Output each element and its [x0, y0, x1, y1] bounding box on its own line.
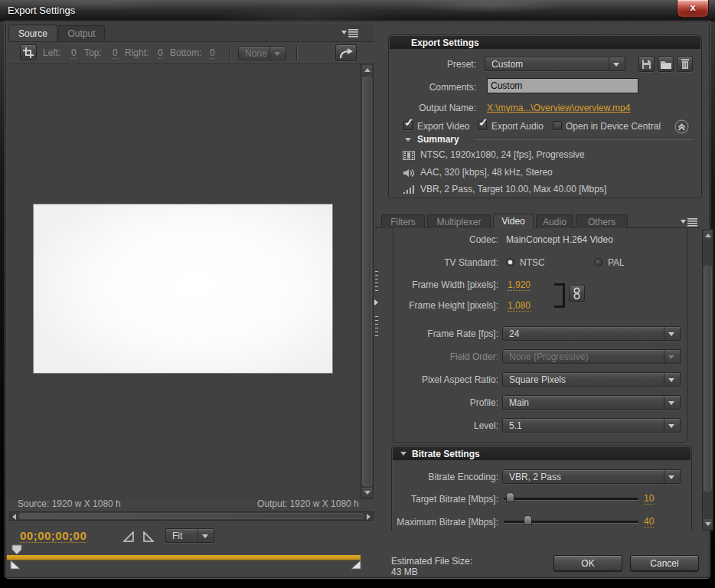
frame-width-value[interactable]: 1,920 — [508, 279, 531, 291]
frame-height-label: Frame Height [pixels]: — [409, 300, 498, 311]
summary-video-line: NTSC, 1920x1080, 24 [fps], Progressive — [420, 149, 585, 160]
preview-vscrollbar[interactable] — [361, 64, 374, 499]
comments-input[interactable] — [487, 78, 638, 93]
timeline-track[interactable] — [7, 555, 361, 560]
scrollbar-thumb[interactable] — [362, 77, 372, 486]
scroll-up-arrow[interactable] — [362, 65, 372, 75]
pixel-aspect-ratio-dropdown[interactable]: Square Pixels — [502, 372, 681, 387]
panel-splitter[interactable] — [377, 215, 377, 531]
splitter-grip[interactable] — [375, 271, 378, 294]
zoom-level-dropdown[interactable]: Fit — [165, 528, 214, 543]
maximum-bitrate-label: Maximum Bitrate [Mbps]: — [397, 517, 498, 528]
tab-multiplexer[interactable]: Multiplexer — [427, 214, 491, 228]
scroll-right-arrow[interactable] — [367, 514, 371, 520]
comments-label: Comments: — [429, 82, 476, 93]
output-dimensions: Output: 1920 w X 1080 h — [257, 498, 359, 509]
ok-button[interactable]: OK — [553, 555, 622, 571]
trim-handle-right[interactable] — [350, 559, 361, 573]
audio-summary-icon — [403, 167, 415, 181]
crop-ratio-dropdown[interactable]: None — [238, 46, 286, 60]
splitter-collapse-arrow[interactable] — [374, 299, 378, 305]
close-button[interactable]: x — [677, 0, 709, 18]
scroll-down-arrow[interactable] — [362, 488, 372, 498]
save-preset-button[interactable] — [638, 56, 655, 72]
summary-audio-line: AAC, 320 [kbps], 48 kHz, Stereo — [420, 167, 553, 178]
target-bitrate-slider[interactable] — [504, 498, 638, 500]
crop-button[interactable] — [20, 44, 37, 60]
target-bitrate-value[interactable]: 10 — [644, 493, 654, 505]
splitter-grip[interactable] — [375, 316, 378, 339]
check-icon: ✓ — [404, 116, 414, 129]
scrollbar-thumb[interactable] — [19, 513, 364, 519]
import-preset-button[interactable] — [658, 56, 674, 72]
set-out-point-icon[interactable] — [142, 531, 155, 546]
preview-panel-menu-icon[interactable] — [341, 27, 360, 41]
video-preview-area[interactable] — [9, 64, 361, 500]
frame-height-value[interactable]: 1,080 — [508, 300, 531, 312]
scrollbar-thumb[interactable] — [704, 266, 712, 492]
crop-right-value[interactable]: 0 — [158, 47, 163, 59]
export-audio-checkbox[interactable]: ✓ — [478, 121, 487, 130]
pal-radio[interactable] — [594, 258, 602, 266]
collapse-panel-button[interactable] — [674, 119, 689, 137]
crop-bottom-value[interactable]: 0 — [210, 47, 215, 59]
export-arrow-button[interactable] — [335, 44, 357, 61]
field-order-dropdown[interactable]: None (Progressive) — [502, 349, 681, 364]
crop-bottom-label: Bottom: — [170, 47, 201, 58]
field-order-label: Field Order: — [450, 351, 498, 362]
ntsc-radio[interactable] — [506, 258, 514, 266]
tab-audio[interactable]: Audio — [536, 214, 573, 228]
preview-hscrollbar[interactable] — [9, 511, 374, 521]
summary-disclosure-triangle[interactable] — [405, 138, 411, 142]
level-dropdown[interactable]: 5.1 — [502, 418, 681, 433]
video-tab-panel: Codec: MainConcept H.264 Video TV Standa… — [380, 228, 701, 531]
bitrate-encoding-dropdown[interactable]: VBR, 2 Pass — [502, 469, 681, 484]
crop-left-value[interactable]: 0 — [71, 47, 77, 59]
cancel-button[interactable]: Cancel — [630, 555, 699, 571]
trim-handle-left[interactable] — [10, 559, 21, 573]
estimated-file-size-value: 43 MB — [391, 567, 418, 577]
tab-others[interactable]: Others — [576, 214, 628, 228]
crop-top-label: Top: — [84, 47, 102, 58]
bitrate-summary-icon — [403, 184, 415, 198]
bitrate-encoding-value: VBR, 2 Pass — [509, 472, 561, 482]
crop-left-label: Left: — [43, 47, 60, 58]
set-in-point-icon[interactable] — [122, 531, 135, 546]
timecode[interactable]: 00;00;00;00 — [20, 529, 87, 543]
profile-dropdown[interactable]: Main — [502, 395, 681, 410]
bitrate-settings-header: Bitrate Settings — [393, 447, 691, 460]
crop-top-value[interactable]: 0 — [113, 47, 118, 59]
scroll-left-arrow[interactable] — [12, 514, 16, 520]
chevron-down-icon — [274, 52, 280, 56]
tab-output[interactable]: Output — [58, 25, 105, 41]
tab-filters[interactable]: Filters — [381, 214, 425, 228]
scroll-up-arrow[interactable] — [704, 230, 712, 240]
scroll-down-arrow[interactable] — [704, 519, 712, 529]
preset-value: Custom — [491, 59, 523, 70]
output-name-label: Output Name: — [419, 103, 476, 113]
frame-rate-dropdown[interactable]: 24 — [502, 326, 681, 341]
summary-header: Summary — [417, 134, 459, 145]
tab-source[interactable]: Source — [8, 24, 57, 41]
save-icon — [642, 59, 651, 70]
options-vscrollbar[interactable] — [702, 229, 713, 531]
delete-preset-button[interactable] — [677, 56, 693, 72]
device-central-checkbox[interactable] — [553, 121, 562, 130]
title-bar[interactable]: Export Settings x — [0, 0, 715, 21]
chevron-down-icon — [668, 401, 674, 405]
profile-value: Main — [509, 397, 529, 408]
toolbar-divider — [229, 46, 230, 60]
export-video-checkbox[interactable]: ✓ — [403, 121, 413, 130]
tab-video[interactable]: Video — [493, 214, 534, 228]
source-dimensions: Source: 1920 w X 1080 h — [18, 498, 121, 509]
bitrate-disclosure-triangle[interactable] — [400, 452, 406, 456]
maximum-bitrate-value[interactable]: 40 — [644, 516, 654, 528]
target-bitrate-label: Target Bitrate [Mbps]: — [411, 494, 498, 505]
trash-icon — [681, 59, 690, 69]
preset-dropdown[interactable]: Custom — [485, 57, 625, 71]
output-name-link[interactable]: X:\myma...\Overview\overview.mp4 — [487, 103, 630, 113]
codec-value: MainConcept H.264 Video — [506, 234, 613, 245]
bitrate-encoding-label: Bitrate Encoding: — [429, 472, 498, 482]
summary-bitrate-line: VBR, 2 Pass, Target 10.00, Max 40.00 [Mb… — [420, 184, 606, 194]
link-dimensions-button[interactable] — [569, 285, 585, 302]
